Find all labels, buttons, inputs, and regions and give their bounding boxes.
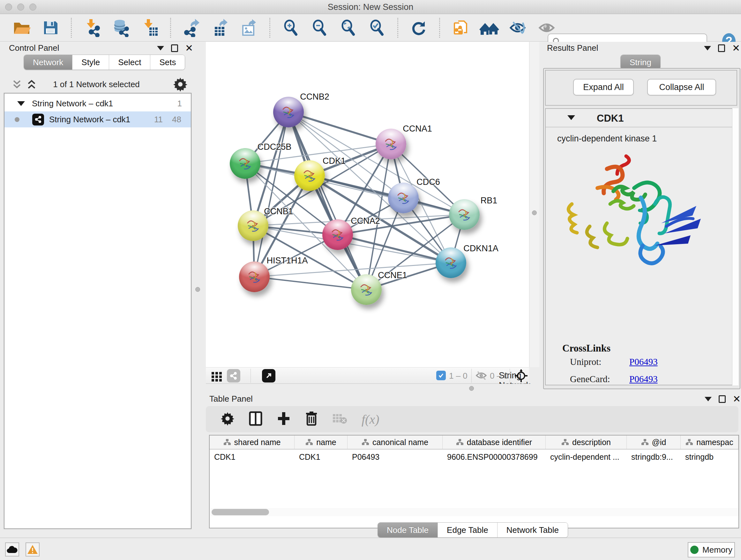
show-columns-icon[interactable] — [249, 411, 263, 428]
table-cell[interactable]: stringdb:9... — [627, 449, 681, 464]
splitter-handle[interactable] — [195, 287, 200, 292]
collapse-card-icon[interactable] — [567, 115, 575, 120]
detach-view-button[interactable] — [262, 369, 275, 382]
memory-button[interactable]: Memory — [688, 542, 735, 557]
crosslink-genecard[interactable]: P06493 — [629, 374, 658, 384]
network-node-CCNB2[interactable] — [273, 97, 304, 127]
column-header-1[interactable]: shared name — [210, 435, 294, 449]
network-row[interactable]: String Network – cdk1 11 48 — [4, 111, 191, 127]
network-edge[interactable] — [254, 277, 366, 290]
tab-select[interactable]: Select — [109, 55, 150, 70]
network-node-CDK1[interactable] — [294, 160, 325, 191]
collapse-collection-icon[interactable] — [17, 101, 25, 106]
export-table-button[interactable] — [210, 17, 230, 38]
cloud-status-button[interactable] — [5, 543, 19, 557]
export-image-button[interactable] — [239, 17, 259, 38]
network-options-gear-icon[interactable] — [173, 77, 188, 93]
expand-all-button[interactable]: Expand All — [573, 79, 634, 96]
crosslink-uniprot[interactable]: P06493 — [629, 357, 658, 367]
close-panel-icon[interactable]: ✕ — [732, 44, 740, 52]
table-settings-gear-icon[interactable] — [220, 412, 234, 427]
network-node-CDC25B[interactable] — [230, 148, 260, 179]
refresh-icon — [410, 19, 428, 37]
protein-card-header[interactable]: CDK1 — [546, 109, 737, 127]
float-panel-icon[interactable] — [171, 44, 178, 52]
panel-menu-icon[interactable] — [157, 46, 164, 51]
table-row[interactable]: CDK1CDK1P064939606.ENSP00000378699cyclin… — [210, 449, 738, 464]
column-header-4[interactable]: database identifier — [443, 435, 546, 449]
import-network-button[interactable] — [82, 17, 103, 38]
scrollbar-thumb[interactable] — [212, 509, 269, 515]
status-bar: Memory — [0, 538, 741, 560]
add-column-icon[interactable] — [277, 411, 291, 428]
delete-table-icon[interactable] — [332, 412, 347, 426]
network-node-CCNE1[interactable] — [351, 274, 382, 305]
zoom-out-button[interactable] — [309, 17, 330, 38]
open-session-button[interactable] — [11, 17, 32, 38]
close-panel-icon[interactable]: ✕ — [185, 44, 193, 52]
tab-sets[interactable]: Sets — [150, 55, 185, 70]
table-cell[interactable]: CDK1 — [210, 449, 294, 464]
splitter-handle[interactable] — [469, 386, 474, 391]
zoom-fit-button[interactable] — [338, 17, 358, 38]
network-canvas[interactable]: CDK1CCNB1CCNB2CCNA1CCNA2CCNE1CDC25BCDC6R… — [206, 42, 529, 367]
selected-checkbox-icon[interactable] — [436, 371, 446, 380]
network-collection-row[interactable]: String Network – cdk1 1 — [4, 96, 191, 111]
memory-label: Memory — [702, 545, 732, 555]
warnings-button[interactable] — [25, 543, 40, 557]
float-panel-icon[interactable] — [719, 395, 726, 403]
import-table-button[interactable] — [139, 17, 160, 38]
expand-collapse-box: Expand All Collapse All — [545, 70, 737, 106]
tab-edge-table[interactable]: Edge Table — [438, 523, 497, 537]
zoom-in-button[interactable] — [280, 17, 301, 38]
save-session-button[interactable] — [40, 17, 61, 38]
column-header-5[interactable]: description — [546, 435, 627, 449]
tab-network[interactable]: Network — [24, 55, 72, 70]
tab-node-table[interactable]: Node Table — [378, 523, 438, 537]
hidden-eye-slash-icon[interactable] — [475, 370, 487, 382]
column-header-7[interactable]: namespac — [681, 435, 738, 449]
horizontal-splitter[interactable] — [200, 384, 539, 393]
fit-selected-crosshair-icon[interactable] — [514, 369, 528, 384]
table-cell[interactable]: stringdb — [681, 449, 738, 464]
export-network-button[interactable] — [181, 17, 202, 38]
duplicate-network-button[interactable] — [450, 17, 471, 38]
string-home-button[interactable] — [479, 17, 499, 38]
zoom-selected-button[interactable] — [367, 17, 387, 38]
table-cell[interactable]: 9606.ENSP00000378699 — [443, 449, 546, 464]
tab-network-table[interactable]: Network Table — [497, 523, 568, 537]
network-node-CCNA2[interactable] — [322, 219, 353, 250]
table-cell[interactable]: cyclin-dependent ... — [546, 449, 627, 464]
network-edge[interactable] — [254, 112, 288, 277]
function-builder-icon[interactable]: f(x) — [361, 412, 380, 427]
panel-menu-icon[interactable] — [704, 397, 712, 401]
toolbar-separator — [471, 369, 472, 383]
table-horizontal-scrollbar[interactable] — [210, 508, 738, 516]
hide-glass-string-button[interactable] — [508, 17, 528, 38]
column-header-2[interactable]: name — [294, 435, 347, 449]
network-node-CDC6[interactable] — [388, 183, 419, 213]
table-cell[interactable]: CDK1 — [294, 449, 347, 464]
network-node-CCNA1[interactable] — [376, 129, 406, 159]
results-scrollbar[interactable] — [732, 108, 738, 385]
close-panel-icon[interactable]: ✕ — [733, 395, 741, 403]
network-type-button[interactable] — [227, 369, 240, 382]
refresh-button[interactable] — [408, 17, 429, 38]
network-node-RB1[interactable] — [449, 199, 480, 230]
tab-string[interactable]: String — [621, 55, 660, 70]
network-edge[interactable] — [288, 112, 391, 144]
table-cell[interactable]: P06493 — [347, 449, 443, 464]
node-count: 11 — [154, 115, 163, 125]
delete-column-trash-icon[interactable] — [305, 411, 318, 428]
splitter-handle[interactable] — [532, 210, 537, 215]
float-panel-icon[interactable] — [718, 44, 725, 52]
tab-style[interactable]: Style — [72, 55, 109, 70]
network-node-CDKN1A[interactable] — [435, 247, 466, 278]
column-header-6[interactable]: @id — [627, 435, 681, 449]
collapse-all-button[interactable]: Collapse All — [647, 79, 716, 96]
import-network-from-database-button[interactable] — [111, 17, 131, 38]
network-node-HIST1H1A[interactable] — [239, 261, 270, 292]
column-header-3[interactable]: canonical name — [347, 435, 443, 449]
panel-menu-icon[interactable] — [704, 46, 711, 51]
results-panel: Results Panel ✕ String Expand All Collap… — [539, 42, 741, 393]
